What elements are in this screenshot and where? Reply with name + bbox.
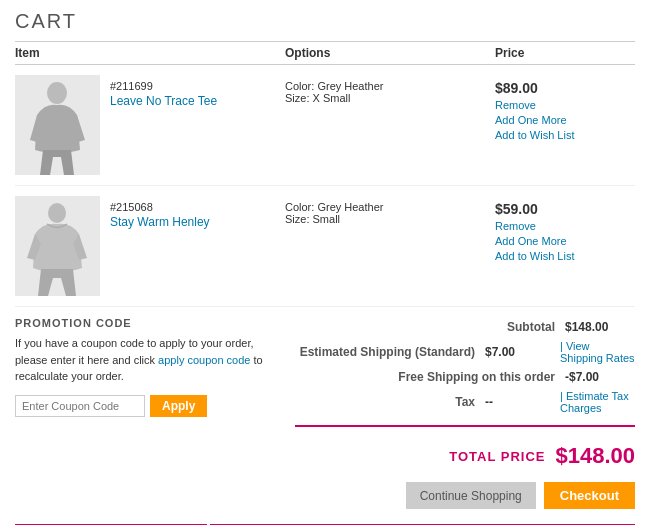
continue-shopping-button[interactable]: Continue Shopping bbox=[406, 482, 536, 509]
shipping-value: $7.00 bbox=[485, 345, 555, 359]
item-price-1: $89.00 Remove Add One More Add to Wish L… bbox=[495, 75, 635, 175]
view-shipping-rates-link[interactable]: | View Shipping Rates bbox=[560, 340, 635, 364]
total-row: TOTAL PRICE $148.00 bbox=[295, 435, 635, 477]
action-buttons: Continue Shopping Checkout bbox=[295, 482, 635, 509]
shipping-row: Estimated Shipping (Standard) $7.00 | Vi… bbox=[295, 337, 635, 367]
item-sku-1: #211699 bbox=[110, 80, 217, 92]
price-value-1: $89.00 bbox=[495, 80, 635, 96]
table-row: #215068 Stay Warm Henley Color: Grey Hea… bbox=[15, 186, 635, 307]
estimate-tax-link[interactable]: | Estimate Tax Charges bbox=[560, 390, 635, 414]
header-price: Price bbox=[495, 46, 635, 60]
coupon-input[interactable] bbox=[15, 395, 145, 417]
promo-input-row: Apply bbox=[15, 395, 275, 417]
tax-value-group: -- | Estimate Tax Charges bbox=[485, 390, 635, 414]
tax-label: Tax bbox=[295, 395, 475, 409]
remove-link-1[interactable]: Remove bbox=[495, 99, 635, 111]
item-image-2 bbox=[15, 196, 100, 296]
price-value-2: $59.00 bbox=[495, 201, 635, 217]
item-color-2: Color: Grey Heather bbox=[285, 201, 495, 213]
free-shipping-value: -$7.00 bbox=[565, 370, 635, 384]
promo-section: PROMOTION CODE If you have a coupon code… bbox=[15, 317, 275, 509]
item-info-1: #211699 Leave No Trace Tee bbox=[110, 75, 217, 175]
add-one-more-link-2[interactable]: Add One More bbox=[495, 235, 635, 247]
item-size-2: Size: Small bbox=[285, 213, 495, 225]
header-options: Options bbox=[285, 46, 495, 60]
item-column: #211699 Leave No Trace Tee bbox=[15, 75, 285, 175]
item-column: #215068 Stay Warm Henley bbox=[15, 196, 285, 296]
promo-description: If you have a coupon code to apply to yo… bbox=[15, 335, 275, 385]
item-sku-2: #215068 bbox=[110, 201, 210, 213]
item-info-2: #215068 Stay Warm Henley bbox=[110, 196, 210, 296]
bottom-section: PROMOTION CODE If you have a coupon code… bbox=[15, 317, 635, 509]
cart-title: CART bbox=[15, 10, 635, 33]
shipping-value-group: $7.00 | View Shipping Rates bbox=[485, 340, 635, 364]
free-shipping-row: Free Shipping on this order -$7.00 bbox=[295, 367, 635, 387]
item-name-link-1[interactable]: Leave No Trace Tee bbox=[110, 94, 217, 108]
remove-link-2[interactable]: Remove bbox=[495, 220, 635, 232]
subtotal-value: $148.00 bbox=[565, 320, 635, 334]
wish-list-link-2[interactable]: Add to Wish List bbox=[495, 250, 635, 262]
tax-value: -- bbox=[485, 395, 555, 409]
svg-point-3 bbox=[48, 203, 66, 223]
wish-list-link-1[interactable]: Add to Wish List bbox=[495, 129, 635, 141]
table-header: Item Options Price bbox=[15, 41, 635, 65]
checkout-button[interactable]: Checkout bbox=[544, 482, 635, 509]
add-one-more-link-1[interactable]: Add One More bbox=[495, 114, 635, 126]
header-item: Item bbox=[15, 46, 285, 60]
svg-point-1 bbox=[47, 82, 67, 104]
order-summary: Subtotal $148.00 Estimated Shipping (Sta… bbox=[295, 317, 635, 509]
item-color-1: Color: Grey Heather bbox=[285, 80, 495, 92]
table-row: #211699 Leave No Trace Tee Color: Grey H… bbox=[15, 65, 635, 186]
item-size-1: Size: X Small bbox=[285, 92, 495, 104]
tax-row: Tax -- | Estimate Tax Charges bbox=[295, 387, 635, 417]
item-name-link-2[interactable]: Stay Warm Henley bbox=[110, 215, 210, 229]
total-label: TOTAL PRICE bbox=[365, 449, 545, 464]
shipping-label: Estimated Shipping (Standard) bbox=[295, 345, 475, 359]
apply-button[interactable]: Apply bbox=[150, 395, 207, 417]
apply-coupon-link[interactable]: apply coupon code bbox=[158, 354, 250, 366]
subtotal-label: Subtotal bbox=[375, 320, 555, 334]
summary-divider bbox=[295, 425, 635, 427]
free-shipping-label: Free Shipping on this order bbox=[375, 370, 555, 384]
item-options-1: Color: Grey Heather Size: X Small bbox=[285, 75, 495, 175]
total-value: $148.00 bbox=[555, 443, 635, 469]
item-price-2: $59.00 Remove Add One More Add to Wish L… bbox=[495, 196, 635, 296]
promo-title: PROMOTION CODE bbox=[15, 317, 275, 329]
item-options-2: Color: Grey Heather Size: Small bbox=[285, 196, 495, 296]
subtotal-row: Subtotal $148.00 bbox=[295, 317, 635, 337]
item-image-1 bbox=[15, 75, 100, 175]
